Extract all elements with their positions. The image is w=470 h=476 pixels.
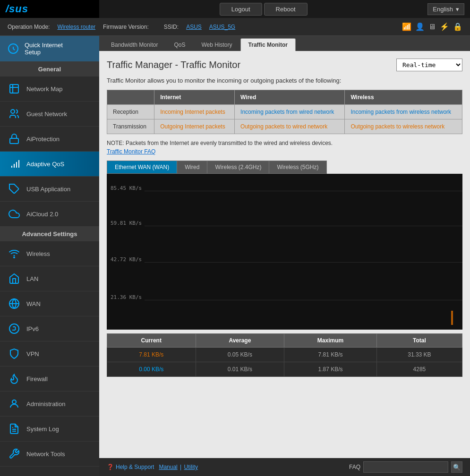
utility-link[interactable]: Utility [184,464,198,470]
status-bar: Operation Mode: Wireless router Firmware… [0,18,470,36]
main-layout: Quick Internet Setup General Network Map… [0,36,470,476]
administration-label: Administration [26,400,65,408]
doc-icon [8,422,21,435]
sidebar-item-usb-application[interactable]: USB Application [0,177,99,202]
stats-average-1: 0.05 KB/s [196,348,284,362]
tools-icon [8,447,21,460]
tab-qos[interactable]: QoS [166,38,193,51]
logo: /sus [6,3,28,15]
help-label: Help & Support [116,464,154,470]
tab-web-history[interactable]: Web History [193,38,240,51]
faq-search-button[interactable]: 🔍 [451,461,462,473]
adaptive-qos-label: Adaptive QoS [26,161,64,168]
stats-maximum-2: 1.87 KB/s [284,362,377,377]
graph-tab-wireless5[interactable]: Wireless (5GHz) [269,161,326,174]
sidebar-item-aicloud[interactable]: AiCloud 2.0 [0,202,99,227]
sidebar-item-administration[interactable]: Administration [0,391,99,416]
status-icons: 📶 👤 🖥 ⚡ 🔒 [402,22,462,31]
aiprotection-label: AiProtection [26,136,60,143]
top-buttons: Logout Reboot [99,3,427,16]
operation-mode-value[interactable]: Wireless router [57,24,95,30]
sidebar-item-adaptive-qos[interactable]: Adaptive QoS [0,152,99,177]
svg-point-2 [11,110,15,113]
manual-link[interactable]: Manual [159,464,177,470]
transmission-wireless: Outgoing packets to wireless network [345,119,462,134]
graph-tab-wired[interactable]: Wired [177,161,207,174]
puzzle-icon [8,182,21,196]
realtime-select[interactable]: Real-time Last 24 Hours Last 7 Days [396,59,462,71]
sidebar-item-guest-network[interactable]: Guest Network [0,102,99,127]
sidebar-item-system-log[interactable]: System Log [0,416,99,442]
logo-area: /sus [0,0,99,18]
users-icon [8,107,21,120]
row-label-transmission: Transmission [107,119,154,134]
fire-icon [8,372,21,385]
sidebar-item-network-tools[interactable]: Network Tools [0,442,99,467]
tab-bandwidth-monitor[interactable]: Bandwidth Monitor [103,38,166,51]
quick-setup-label1: Quick Internet [25,42,63,49]
lan-label: LAN [26,275,38,282]
transmission-wired: Outgoing packets to wired network [235,119,345,134]
wifi-icon [8,247,21,260]
sidebar-item-quick-setup[interactable]: Quick Internet Setup [0,36,99,62]
monitor-status-icon: 🖥 [428,23,436,31]
graph-tabs: Ethernet WAN (WAN) Wired Wireless (2.4GH… [107,161,462,174]
map-icon [8,82,21,95]
faq-link[interactable]: Traffic Monitor FAQ [107,148,462,155]
language-selector[interactable]: English ▾ [427,3,464,15]
graph-area: 85.45 KB/s 59.81 KB/s 42.72 KB/s 21.36 K… [107,174,462,330]
shield-icon [8,347,21,360]
stats-maximum-1: 7.81 KB/s [284,348,377,362]
sidebar-item-ipv6[interactable]: IPv6 [0,316,99,341]
grid-line-3 [145,262,462,263]
th-wired: Wired [235,90,345,105]
description: Traffic Monitor allows you to monitor th… [107,77,462,84]
tab-traffic-monitor[interactable]: Traffic Monitor [240,38,296,51]
svg-rect-3 [10,138,18,144]
signal-icon: 📶 [402,22,411,31]
grid-line-4 [145,300,462,300]
stats-row-2: 0.00 KB/s 0.01 KB/s 1.87 KB/s 4285 [107,362,462,377]
sidebar-item-wan[interactable]: WAN [0,291,99,316]
sidebar-item-vpn[interactable]: VPN [0,341,99,366]
sidebar-item-lan[interactable]: LAN [0,266,99,291]
operation-mode-label: Operation Mode: [8,24,50,30]
page-title-row: Traffic Manager - Traffic Monitor Real-t… [107,59,462,71]
grid-line-2 [145,226,462,226]
ssid-asus: ASUS [186,24,202,30]
graph-label-2: 59.81 KB/s [111,220,142,226]
reboot-button[interactable]: Reboot [264,3,308,16]
graph-tab-wan[interactable]: Ethernet WAN (WAN) [107,161,177,174]
stats-total-2: 4285 [376,362,462,377]
graph-label-3: 42.72 KB/s [111,256,142,263]
faq-search-input[interactable] [363,461,448,473]
logout-button[interactable]: Logout [220,3,262,16]
graph-tab-wireless24[interactable]: Wireless (2.4GHz) [207,161,269,174]
quick-setup-label2: Setup [25,49,63,56]
top-bar: /sus Logout Reboot English ▾ [0,0,470,18]
vpn-label: VPN [26,350,39,357]
sidebar-item-network-map[interactable]: Network Map [0,76,99,102]
reception-internet: Incoming Internet packets [154,105,235,119]
footer: ❓ Help & Support Manual | Utility FAQ 🔍 [99,458,470,476]
firewall-label: Firewall [26,375,48,382]
sidebar-item-firewall[interactable]: Firewall [0,366,99,391]
stats-th-maximum: Maximum [284,334,377,348]
stats-current-2: 0.00 KB/s [107,362,196,377]
signal-sidebar-icon [8,157,21,170]
th-internet: Internet [154,90,235,105]
stats-table: Current Average Maximum Total 7.81 KB/s … [107,333,462,377]
advanced-section-header: Advanced Settings [0,227,99,241]
graph-spike [451,311,453,325]
reception-wired: Incoming packets from wired network [235,105,345,119]
graph-label-1: 85.45 KB/s [111,185,142,191]
globe-icon [8,297,21,310]
sidebar-item-wireless[interactable]: Wireless [0,241,99,266]
stats-current-1: 7.81 KB/s [107,348,196,362]
wireless-label: Wireless [26,250,50,257]
ipv6-label: IPv6 [26,325,39,332]
footer-links: Manual | Utility [158,464,199,470]
general-section-header: General [0,62,99,76]
sidebar-item-aiprotection[interactable]: AiProtection [0,127,99,152]
lock-icon [8,132,21,145]
